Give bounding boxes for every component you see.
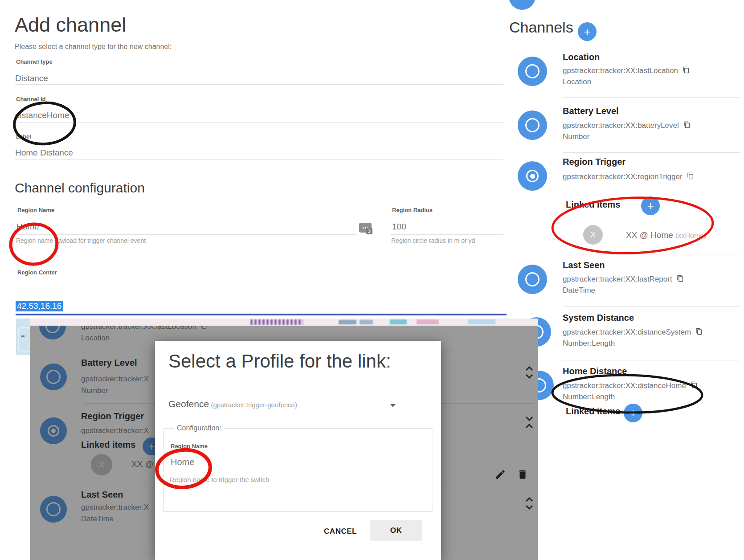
channel-id-underline [15, 122, 503, 123]
copy-icon[interactable] [683, 66, 690, 74]
plus-icon: + [630, 406, 636, 420]
region-radius-underline [391, 234, 503, 235]
select-profile-dialog: Select a Profile for the link: Geofence … [155, 341, 441, 560]
fragment-purple [250, 319, 303, 325]
partial-avatar-top [509, 0, 536, 10]
channel-uid-row: gpstracker:tracker:XX:lastLocation [563, 66, 690, 75]
channel-uid-row: gpstracker:tracker:XX:regionTrigger [563, 172, 694, 181]
plus-icon: + [584, 25, 590, 39]
channel-title: Location [563, 52, 600, 62]
channel-title: Last Seen [563, 260, 605, 270]
screenshot-edge-band [30, 319, 538, 326]
region-name-helper: Region name payload for trigger channel … [16, 237, 146, 244]
circle-icon [525, 272, 540, 286]
channel-uid: gpstracker:tracker:XX:regionTrigger [563, 172, 683, 181]
copy-icon[interactable] [691, 381, 698, 389]
copy-icon[interactable] [687, 172, 694, 180]
add-channel-button[interactable]: + [578, 22, 597, 41]
channel-type: Location [563, 78, 591, 86]
channel-type: Number [563, 132, 589, 141]
fragment-blue [339, 320, 356, 324]
channel-type-field[interactable]: Distance [15, 74, 48, 83]
linked-items-header: Linked items [566, 200, 620, 210]
channel-uid-row: gpstracker:tracker:XX:lastReport [563, 274, 684, 284]
channel-separator [563, 97, 740, 98]
circle-icon [525, 64, 540, 78]
label-field[interactable]: Home Distance [15, 148, 73, 158]
add-linked-item-button[interactable]: + [624, 404, 642, 422]
circle-dot-icon [526, 170, 539, 182]
screenshot-fragment-strip [16, 319, 30, 355]
cancel-button[interactable]: CANCEL [314, 523, 367, 540]
channel-type: Number:Length [563, 339, 615, 348]
channel-type-label: Channel type [16, 58, 53, 65]
chevron-down-icon[interactable] [390, 404, 396, 407]
channel-title: Battery Level [563, 106, 619, 116]
channel-uid-row: gpstracker:tracker:XX:batteryLevel [563, 121, 691, 130]
channel-separator [563, 307, 740, 307]
channel-title: Home Distance [563, 366, 627, 376]
fragment-blue [360, 320, 373, 324]
region-name-field[interactable]: Home [16, 222, 39, 232]
profile-id: (gpstracker:trigger-geofence) [211, 401, 297, 409]
add-linked-item-button[interactable]: + [641, 196, 660, 215]
label-underline [15, 159, 503, 160]
dialog-region-name-helper: Region name to trigger the switch [170, 476, 269, 483]
linked-item-row[interactable]: XX @ Home (xxHome) [626, 230, 707, 240]
channel-icon-location [518, 57, 547, 86]
profile-underline [168, 415, 401, 415]
channel-uid: gpstracker:tracker:XX:lastReport [563, 275, 672, 283]
channel-type: Number:Length [563, 392, 615, 401]
linked-item-name: XX @ Home [626, 230, 673, 240]
channel-title: Region Trigger [563, 157, 625, 167]
profile-select[interactable]: Geofence (gpstracker:trigger-geofence) [168, 399, 297, 409]
fragment-teal [390, 319, 407, 324]
label-label: Label [16, 133, 31, 140]
channel-type-underline [15, 84, 503, 85]
region-name-label: Region Name [17, 207, 54, 213]
channel-icon-battery [518, 110, 547, 140]
region-radius-helper: Region circle radius in m or yd [391, 237, 475, 244]
link-dialog-overlay: gpstracker:tracker:XX:lastLocation Locat… [30, 319, 538, 560]
channel-icon-last-seen [518, 265, 547, 294]
circle-icon [525, 118, 540, 132]
channel-uid: gpstracker:tracker:XX:batteryLevel [563, 121, 679, 130]
region-name-underline [16, 234, 356, 235]
input-method-badge: 3 [366, 228, 372, 234]
linked-items-header: Linked items [566, 406, 620, 417]
screenshot-canvas: Add channel Please select a channel type… [0, 0, 744, 560]
linked-item-avatar: X [583, 225, 603, 245]
region-center-focus-underline [16, 314, 507, 315]
region-center-label: Region Center [17, 269, 57, 276]
region-radius-field[interactable]: 100 [392, 222, 406, 232]
copy-icon[interactable] [683, 121, 691, 129]
region-center-field[interactable]: 42.53,16.16 [16, 301, 63, 311]
page-title: Add channel [15, 13, 126, 37]
ok-button[interactable]: OK [370, 520, 422, 541]
channel-title: System Distance [563, 313, 634, 323]
copy-icon[interactable] [677, 274, 684, 282]
channel-icon-region-trigger [518, 161, 547, 191]
copy-icon[interactable] [695, 327, 703, 335]
channel-separator [563, 152, 740, 153]
configuration-fieldset: Configuration: Region Name Home Region n… [163, 428, 433, 512]
channel-uid-row: gpstracker:tracker:XX:distanceHome [563, 381, 698, 390]
dialog-title: Select a Profile for the link: [168, 351, 391, 372]
channels-panel-title: Channels [509, 19, 573, 36]
dialog-region-name-field[interactable]: Home [171, 457, 194, 467]
channel-separator [563, 360, 740, 360]
profile-value: Geofence [168, 399, 209, 409]
plus-icon: + [647, 199, 654, 213]
channel-type: DateTime [563, 286, 595, 295]
channel-uid: gpstracker:tracker:XX:lastLocation [563, 66, 678, 75]
region-radius-label: Region Radius [392, 207, 433, 213]
channel-uid: gpstracker:tracker:XX:distanceHome [563, 381, 686, 390]
channel-id-label: Channel Id [16, 96, 45, 102]
channel-id-field[interactable]: distanceHome [15, 110, 69, 120]
channel-uid: gpstracker:tracker:XX:distanceSystem [563, 328, 691, 336]
form-subtitle: Please select a channel type for the new… [15, 43, 172, 51]
dialog-region-name-label: Region Name [171, 443, 208, 450]
channel-configuration-title: Channel configuration [15, 180, 145, 196]
linked-item-id: (xxHome) [675, 232, 706, 239]
fragment-lightblue [468, 319, 495, 324]
